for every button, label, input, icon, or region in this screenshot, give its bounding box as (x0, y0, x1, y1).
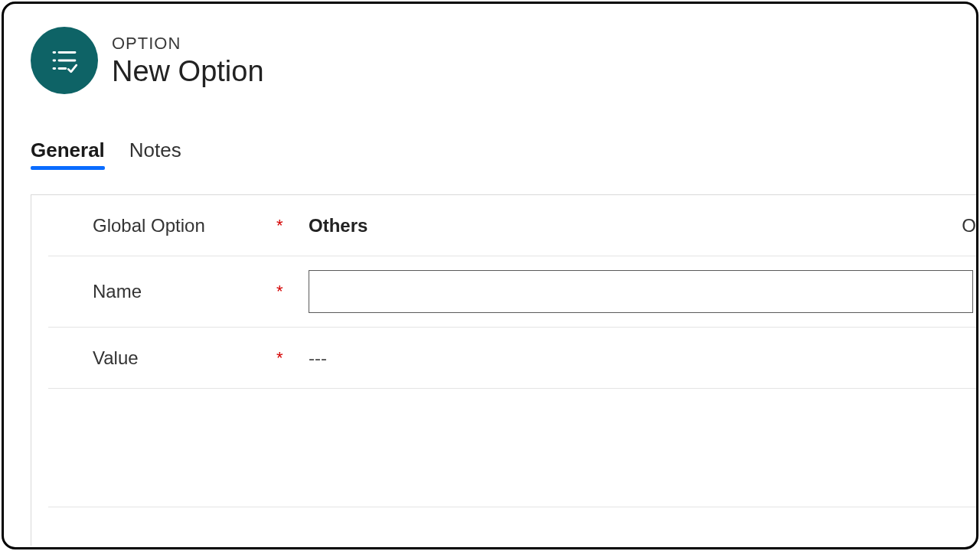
lookup-trailing-text: O (962, 215, 976, 236)
label-global-option: Global Option (93, 215, 276, 236)
name-input[interactable] (309, 270, 973, 313)
option-list-icon (31, 27, 98, 94)
row-value: Value * --- (48, 328, 976, 389)
row-spacer (48, 389, 976, 507)
tabs: General Notes (31, 139, 976, 168)
header-text: OPTION New Option (112, 34, 264, 88)
row-global-option: Global Option * Others O (48, 195, 976, 256)
page-title: New Option (112, 55, 264, 88)
form-panel: Global Option * Others O Name * Value * … (31, 194, 976, 546)
global-option-lookup[interactable]: Others (296, 215, 976, 236)
required-marker: * (276, 216, 296, 236)
value-field[interactable]: --- (296, 347, 976, 369)
required-marker: * (276, 282, 296, 302)
window-frame: OPTION New Option General Notes Global O… (2, 2, 978, 549)
tab-notes[interactable]: Notes (129, 139, 181, 168)
header-eyebrow: OPTION (112, 34, 264, 54)
row-name: Name * (48, 256, 976, 328)
required-marker: * (276, 348, 296, 368)
page-header: OPTION New Option (31, 27, 976, 94)
tab-general[interactable]: General (31, 139, 105, 168)
label-value: Value (93, 347, 276, 369)
row-tail (31, 507, 976, 546)
label-name: Name (93, 281, 276, 302)
